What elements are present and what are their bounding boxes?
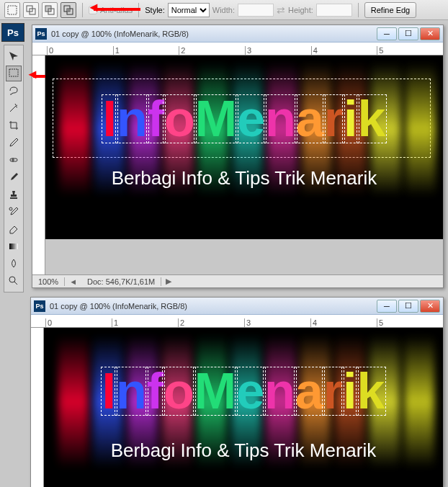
intersect-selection-icon[interactable] bbox=[61, 2, 76, 18]
healing-tool[interactable] bbox=[6, 152, 22, 168]
ruler-vertical bbox=[31, 328, 44, 487]
new-selection-icon[interactable] bbox=[4, 2, 20, 18]
document-window-1: Ps 01 copy @ 100% (InfoMenarik, RGB/8) ─… bbox=[32, 24, 444, 288]
minimize-button[interactable]: ─ bbox=[377, 300, 397, 313]
close-button[interactable]: ✕ bbox=[420, 27, 440, 40]
letter-selection bbox=[263, 367, 297, 416]
letter-selection bbox=[295, 94, 326, 143]
ruler-vertical bbox=[32, 55, 45, 274]
marquee-tool[interactable] bbox=[6, 66, 22, 81]
document-title: 01 copy @ 100% (InfoMenarik, RGB/8) bbox=[51, 30, 377, 38]
lasso-tool[interactable] bbox=[6, 83, 22, 99]
letter-selection bbox=[162, 367, 196, 416]
ruler-horizontal: 012345 bbox=[31, 315, 443, 328]
swap-icon[interactable]: ⇄ bbox=[277, 4, 285, 16]
tools-panel bbox=[4, 45, 24, 292]
height-input[interactable] bbox=[316, 4, 352, 17]
title-bar[interactable]: Ps 01 copy @ 100% (InfoMenarik, RGB/8) ─… bbox=[32, 25, 443, 43]
title-bar[interactable]: Ps 01 copy @ 100% (InfoMenarik, RGB/8) ─… bbox=[31, 298, 443, 315]
maximize-button[interactable]: ☐ bbox=[398, 300, 418, 313]
maximize-button[interactable]: ☐ bbox=[398, 27, 418, 40]
stamp-tool[interactable] bbox=[6, 187, 22, 202]
document-icon: Ps bbox=[34, 300, 45, 312]
app-badge: Ps bbox=[1, 23, 24, 42]
add-selection-icon[interactable] bbox=[23, 2, 39, 18]
document-icon: Ps bbox=[35, 28, 47, 40]
status-bar: 100% ◄ Doc: 546,7K/1,61M ▶ bbox=[32, 274, 443, 287]
canvas-2[interactable]: InfoMenarikBerbagi Info & Tips Trik Mena… bbox=[44, 328, 443, 487]
style-select[interactable]: Normal bbox=[168, 3, 210, 17]
eraser-tool[interactable] bbox=[6, 221, 22, 237]
subtitle: Berbagi Info & Tips Trik Menarik bbox=[44, 439, 443, 462]
letter-selection bbox=[236, 94, 266, 143]
letter-selection bbox=[357, 94, 387, 143]
letter-selection bbox=[193, 367, 238, 416]
width-label: Width: bbox=[212, 6, 235, 14]
svg-point-10 bbox=[9, 207, 12, 210]
letter-selection bbox=[235, 367, 266, 416]
scroll-left-icon[interactable]: ◄ bbox=[65, 277, 81, 286]
letter-selection bbox=[264, 94, 297, 143]
style-label: Style: bbox=[145, 6, 165, 14]
svg-rect-8 bbox=[9, 69, 18, 76]
zoom-level[interactable]: 100% bbox=[32, 277, 65, 286]
svg-rect-0 bbox=[8, 6, 17, 14]
subtitle: Berbagi Info & Tips Trik Menarik bbox=[45, 167, 443, 189]
close-button[interactable]: ✕ bbox=[420, 300, 440, 313]
gradient-tool[interactable] bbox=[6, 238, 22, 254]
letter-selection bbox=[163, 94, 197, 143]
document-title: 01 copy @ 100% (InfoMenarik, RGB/8) bbox=[50, 302, 377, 310]
main-heading: InfoMenarik bbox=[44, 362, 443, 420]
crop-tool[interactable] bbox=[6, 117, 22, 133]
dodge-tool[interactable] bbox=[6, 273, 22, 289]
letter-selection bbox=[194, 94, 238, 143]
blur-tool[interactable] bbox=[6, 256, 22, 272]
eyedropper-tool[interactable] bbox=[6, 135, 22, 151]
canvas-1[interactable]: InfoMenarikBerbagi Info & Tips Trik Mena… bbox=[45, 55, 443, 239]
letter-selection bbox=[115, 94, 149, 143]
move-tool[interactable] bbox=[6, 48, 22, 64]
ruler-horizontal: 012345 bbox=[32, 43, 443, 55]
letter-selection bbox=[294, 367, 325, 416]
workspace-top: Ps ◄ Ps 01 copy @ 100% (InfoMenarik, RGB… bbox=[0, 20, 448, 292]
width-input[interactable] bbox=[238, 4, 274, 17]
main-heading: InfoMenarik bbox=[45, 90, 443, 148]
letter-selection bbox=[115, 367, 148, 416]
minimize-button[interactable]: ─ bbox=[377, 27, 397, 40]
doc-size[interactable]: Doc: 546,7K/1,61M bbox=[81, 277, 161, 286]
options-bar: ◄ Anti-alias Style: Normal Width: ⇄ Heig… bbox=[0, 0, 448, 20]
height-label: Height: bbox=[288, 6, 313, 14]
svg-point-12 bbox=[9, 277, 15, 282]
letter-selection bbox=[356, 367, 387, 416]
document-window-2: Ps 01 copy @ 100% (InfoMenarik, RGB/8) ─… bbox=[30, 297, 444, 487]
svg-rect-11 bbox=[9, 244, 18, 249]
subtract-selection-icon[interactable] bbox=[42, 2, 58, 18]
wand-tool[interactable] bbox=[6, 100, 22, 116]
refine-edge-button[interactable]: Refine Edg bbox=[364, 2, 416, 18]
brush-tool[interactable] bbox=[6, 169, 22, 185]
history-brush-tool[interactable] bbox=[6, 204, 22, 220]
svg-rect-7 bbox=[67, 9, 70, 12]
info-arrow-icon[interactable]: ▶ bbox=[161, 277, 176, 286]
workspace-bottom: Ps 01 copy @ 100% (InfoMenarik, RGB/8) ─… bbox=[0, 292, 448, 487]
